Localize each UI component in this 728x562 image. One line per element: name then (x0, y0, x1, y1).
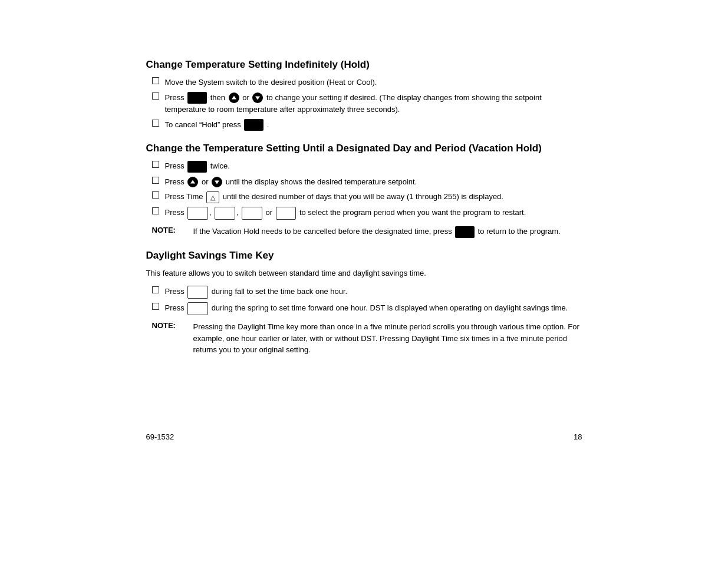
vac-text-2: Press or until the display shows the des… (165, 176, 582, 188)
checkbox-vac-3 (152, 191, 159, 199)
hold-btn-2 (244, 119, 263, 131)
hold-bullet-1: Move the System switch to the desired po… (146, 77, 582, 88)
daylight-bullets: Press during fall to set the time back o… (146, 286, 582, 315)
vac-btn-1 (187, 161, 207, 173)
vac-text-4: Press , , or to select the program perio… (165, 207, 582, 220)
vac-bullet-1: Press twice. (146, 160, 582, 173)
vac-note-btn (455, 226, 475, 238)
checkbox-hold-1 (152, 77, 159, 84)
dst-btn-1 (187, 286, 208, 299)
footer: 69-1532 18 (146, 427, 582, 441)
hold-text-1: Move the System switch to the desired po… (165, 77, 582, 88)
vac-period-btn-2 (215, 207, 235, 220)
vacation-note: NOTE: If the Vacation Hold needs to be c… (146, 226, 582, 238)
vac-arrow-up (187, 177, 198, 187)
checkbox-hold-3 (152, 120, 159, 127)
daylight-intro: This feature allows you to switch betwee… (146, 267, 582, 279)
checkbox-vac-4 (152, 207, 159, 214)
section-vacation: Change the Temperature Setting Until a D… (146, 143, 582, 238)
daylight-note-text: Pressing the Daylight Time key more than… (193, 321, 582, 356)
section-daylight: Daylight Savings Time Key This feature a… (146, 250, 582, 356)
vac-period-btn-4 (276, 207, 297, 220)
vacation-note-label: NOTE: (152, 226, 187, 234)
page: Change Temperature Setting Indefinitely … (134, 47, 594, 441)
checkbox-dst-2 (152, 303, 159, 310)
hold-text-2: Press then or to change your setting if … (165, 92, 582, 115)
dst-bullet-2: Press during the spring to set time forw… (146, 302, 582, 315)
vac-time-btn: △ (206, 191, 219, 204)
hold-arrow-up (229, 92, 239, 103)
hold-bullet-2: Press then or to change your setting if … (146, 92, 582, 115)
vac-text-3: Press Time △ until the desired number of… (165, 191, 582, 203)
section-vacation-title: Change the Temperature Setting Until a D… (146, 143, 582, 154)
checkbox-dst-1 (152, 286, 159, 293)
daylight-note-label: NOTE: (152, 321, 187, 330)
vac-bullet-2: Press or until the display shows the des… (146, 176, 582, 188)
vac-text-1: Press twice. (165, 160, 582, 173)
dst-btn-2 (187, 302, 208, 315)
hold-btn-1 (187, 92, 207, 104)
vac-period-btn-1 (187, 207, 208, 220)
checkbox-vac-1 (152, 161, 159, 168)
daylight-note: NOTE: Pressing the Daylight Time key mor… (146, 321, 582, 356)
checkbox-vac-2 (152, 177, 159, 184)
vacation-note-text: If the Vacation Hold needs to be cancell… (193, 226, 582, 238)
hold-arrow-down (252, 92, 263, 103)
dst-text-1: Press during fall to set the time back o… (165, 286, 582, 299)
vac-arrow-down (212, 177, 222, 187)
footer-right: 18 (574, 432, 582, 441)
vac-bullet-3: Press Time △ until the desired number of… (146, 191, 582, 203)
section-hold: Change Temperature Setting Indefinitely … (146, 59, 582, 131)
vacation-bullets: Press twice. Press or until the display … (146, 160, 582, 220)
section-hold-title: Change Temperature Setting Indefinitely … (146, 59, 582, 71)
section-daylight-title: Daylight Savings Time Key (146, 250, 582, 262)
checkbox-hold-2 (152, 92, 159, 100)
hold-text-3: To cancel “Hold” press . (165, 119, 582, 131)
hold-bullets: Move the System switch to the desired po… (146, 77, 582, 131)
footer-left: 69-1532 (146, 432, 174, 441)
dst-bullet-1: Press during fall to set the time back o… (146, 286, 582, 299)
hold-bullet-3: To cancel “Hold” press . (146, 119, 582, 131)
vac-period-btn-3 (242, 207, 262, 220)
vac-bullet-4: Press , , or to select the program perio… (146, 207, 582, 220)
dst-text-2: Press during the spring to set time forw… (165, 302, 582, 315)
